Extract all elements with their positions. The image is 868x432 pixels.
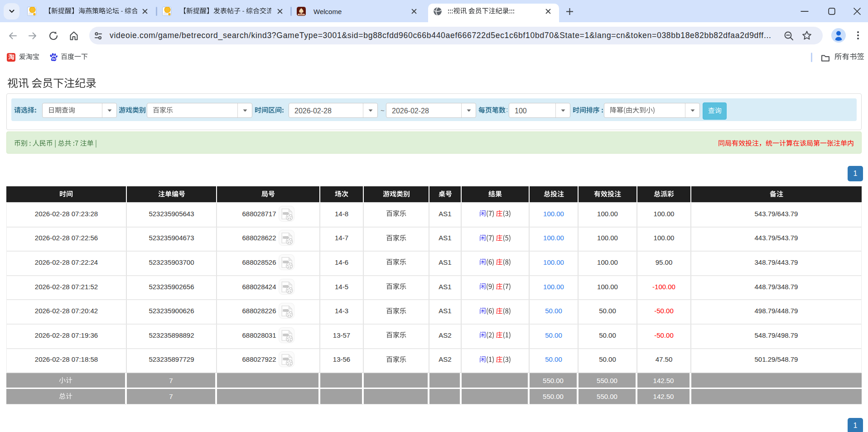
svg-text:du: du (52, 57, 56, 60)
